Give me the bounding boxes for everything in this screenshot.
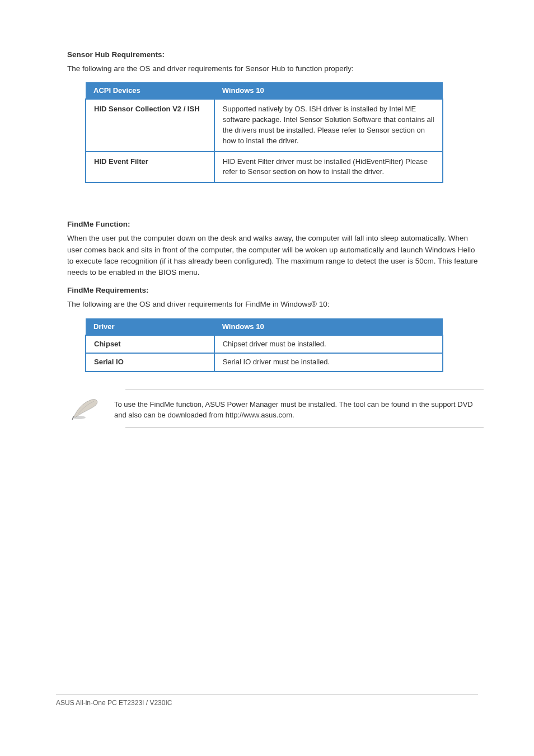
findme-para: When the user put the computer down on t… xyxy=(67,233,478,278)
note-text: To use the FindMe function, ASUS Power M… xyxy=(114,392,478,421)
table-header: Driver Windows 10 xyxy=(86,318,443,335)
cell-right: Supported natively by OS. ISH driver is … xyxy=(214,99,443,151)
page-footer: ASUS All-in-One PC ET2323I / V230IC xyxy=(56,694,478,707)
table-row: HID Sensor Collection V2 / ISH Supported… xyxy=(86,99,443,151)
divider xyxy=(125,389,484,389)
findme-req-para: The following are the OS and driver requ… xyxy=(67,299,478,310)
sensor-hub-table: ACPI Devices Windows 10 HID Sensor Colle… xyxy=(85,82,443,183)
footer-text: ASUS All-in-One PC ET2323I / V230IC xyxy=(56,699,172,707)
findme-title: FindMe Function: xyxy=(67,220,478,228)
table-header: ACPI Devices Windows 10 xyxy=(86,82,443,99)
sensor-hub-para: The following are the OS and driver requ… xyxy=(67,63,478,74)
sensor-hub-title: Sensor Hub Requirements: xyxy=(67,50,478,59)
note-block: To use the FindMe function, ASUS Power M… xyxy=(67,392,478,422)
cell-right: Chipset driver must be installed. xyxy=(214,335,443,354)
table-row: Chipset Chipset driver must be installed… xyxy=(86,335,443,354)
cell-right: HID Event Filter driver must be installe… xyxy=(214,152,443,183)
table-row: Serial IO Serial IO driver must be insta… xyxy=(86,353,443,372)
findme-req-title: FindMe Requirements: xyxy=(67,286,478,294)
table-row: HID Event Filter HID Event Filter driver… xyxy=(86,152,443,183)
table-header-left: ACPI Devices xyxy=(86,82,214,99)
table-header-left: Driver xyxy=(86,318,214,335)
cell-left: Serial IO xyxy=(86,353,214,372)
cell-left: HID Sensor Collection V2 / ISH xyxy=(86,99,214,151)
divider xyxy=(125,427,484,428)
cell-right: Serial IO driver must be installed. xyxy=(214,353,443,372)
table-header-right: Windows 10 xyxy=(214,82,443,99)
note-icon xyxy=(69,392,114,422)
table-header-right: Windows 10 xyxy=(214,318,443,335)
findme-table: Driver Windows 10 Chipset Chipset driver… xyxy=(85,318,443,373)
cell-left: HID Event Filter xyxy=(86,152,214,183)
cell-left: Chipset xyxy=(86,335,214,354)
